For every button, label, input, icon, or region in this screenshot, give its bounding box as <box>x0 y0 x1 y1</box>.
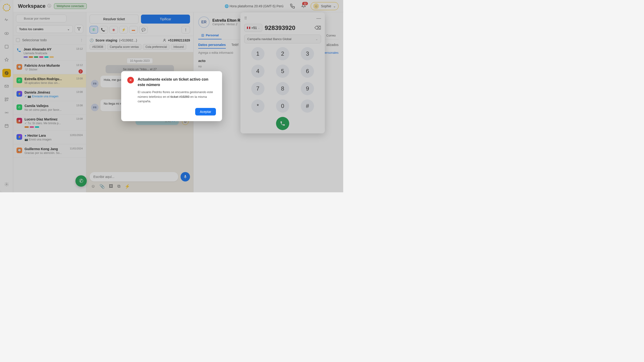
accept-button[interactable]: Aceptar <box>195 108 216 116</box>
error-icon: ✕ <box>127 77 134 84</box>
modal-text: El usuario Pedrito flores se encuentra g… <box>138 90 216 104</box>
modal-title: Actualmente existe un ticket activo con … <box>138 77 216 88</box>
active-ticket-modal: ✕ Actualmente existe un ticket activo co… <box>121 71 222 121</box>
modal-overlay: ✕ Actualmente existe un ticket activo co… <box>0 0 343 192</box>
